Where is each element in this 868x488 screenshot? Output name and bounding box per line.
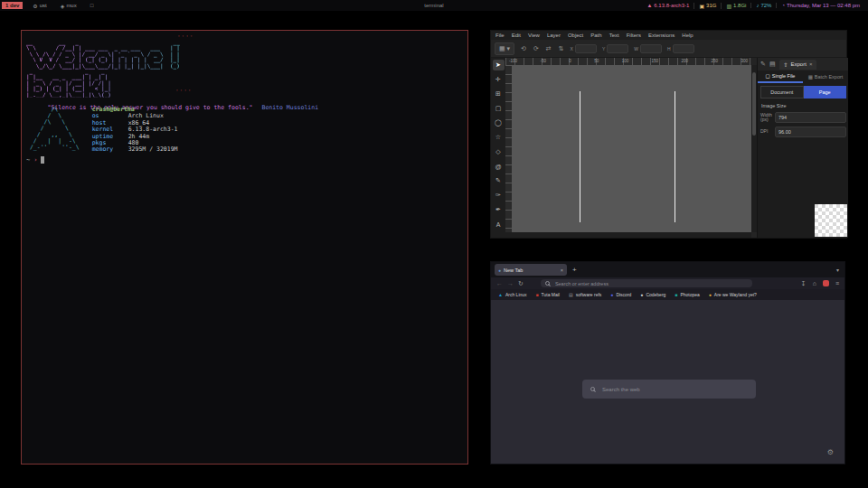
menu-hamburger-icon[interactable]: ≡ bbox=[835, 280, 839, 286]
reload-icon[interactable]: ↻ bbox=[518, 280, 524, 287]
tab-list-chevron-icon[interactable]: ▾ bbox=[836, 267, 839, 273]
downloads-icon[interactable]: ↧ bbox=[801, 280, 807, 287]
canvas-horizontal-scrollbar[interactable] bbox=[505, 232, 751, 238]
home-icon[interactable]: ⌂ bbox=[813, 280, 816, 286]
browser-window[interactable]: ● New Tab × + ▾ ← → ↻ ↧ ⌂ ≡ ▲Arch Linux bbox=[490, 261, 845, 465]
prompt-cwd: ~ bbox=[26, 156, 30, 164]
star-tool-icon[interactable]: ☆ bbox=[493, 132, 505, 143]
new-tab-button[interactable]: + bbox=[572, 266, 577, 274]
personalize-gear-icon[interactable]: ⚙ bbox=[827, 448, 834, 456]
menu-layer[interactable]: Layer bbox=[547, 33, 561, 38]
node-tool-icon[interactable]: ✛ bbox=[493, 74, 505, 85]
dpi-field-row: DPI bbox=[760, 126, 846, 138]
pencil-dialog-icon[interactable]: ✎ bbox=[760, 61, 766, 68]
tab-label: Single File bbox=[772, 73, 796, 79]
menu-extensions[interactable]: Extensions bbox=[648, 33, 675, 38]
pen-tool-icon[interactable]: ✑ bbox=[493, 190, 505, 201]
browser-tab-new-tab[interactable]: ● New Tab × bbox=[495, 264, 567, 276]
url-bar[interactable] bbox=[541, 279, 752, 287]
menu-object[interactable]: Object bbox=[568, 33, 583, 38]
bookmark-are-we-wayland-yet[interactable]: ●Are we Wayland yet? bbox=[709, 292, 757, 297]
bookmark-folder-software-refs[interactable]: ▤software refs bbox=[569, 292, 601, 297]
ruler-tick: 250 bbox=[711, 58, 718, 65]
document-scope-button[interactable]: Document bbox=[760, 86, 804, 99]
menu-file[interactable]: File bbox=[495, 33, 505, 38]
width-input[interactable] bbox=[775, 112, 846, 123]
rotate-ccw-icon[interactable]: ⟲ bbox=[520, 45, 527, 52]
width-field-row: Width (px) bbox=[760, 111, 846, 124]
bookmark-discord[interactable]: ●Discord bbox=[610, 292, 631, 297]
export-dialog-tab[interactable]: ⇧ Export × bbox=[779, 60, 817, 70]
pencil-tool-icon[interactable]: ✎ bbox=[493, 175, 505, 186]
bookmark-tuta-mail[interactable]: ■Tuta Mail bbox=[536, 292, 560, 297]
selector-tool-icon[interactable]: ➤ bbox=[493, 60, 505, 70]
inkscape-canvas[interactable] bbox=[512, 65, 751, 232]
bookmark-label: Are we Wayland yet? bbox=[714, 292, 757, 297]
bookmark-arch-linux[interactable]: ▲Arch Linux bbox=[498, 292, 527, 297]
selection-mode-dropdown[interactable]: ▦ ▾ bbox=[495, 42, 514, 55]
export-panel: ✎ ▤ ⇧ Export × ▢ Single File ▦ Batch Exp… bbox=[757, 58, 848, 238]
menu-path[interactable]: Path bbox=[590, 33, 601, 38]
shape-builder-tool-icon[interactable]: ⊞ bbox=[493, 89, 505, 99]
menu-text[interactable]: Text bbox=[609, 33, 619, 38]
menu-edit[interactable]: Edit bbox=[512, 33, 521, 38]
horizontal-ruler[interactable]: -100 -50 0 50 100 150 200 250 300 bbox=[505, 58, 751, 65]
flip-vertical-icon[interactable]: ⇅ bbox=[558, 45, 565, 52]
tuta-favicon: ■ bbox=[536, 292, 539, 297]
tab-single-file[interactable]: ▢ Single File bbox=[758, 70, 803, 83]
export-icon: ⇧ bbox=[784, 61, 788, 68]
globe-favicon: ● bbox=[498, 267, 501, 273]
back-icon[interactable]: ← bbox=[496, 280, 503, 286]
y-field[interactable] bbox=[607, 44, 628, 53]
status-bar: 1 dev ⚙ ust ◈ mux □ terminal ▲ 6.13.8-ar… bbox=[0, 0, 868, 11]
web-search-box[interactable] bbox=[582, 380, 756, 399]
bookmark-label: Photopea bbox=[680, 292, 699, 297]
desktop: 1 dev ⚙ ust ◈ mux □ terminal ▲ 6.13.8-ar… bbox=[0, 0, 868, 488]
focused-window-title: terminal bbox=[0, 3, 868, 8]
bookmark-label: software refs bbox=[576, 292, 602, 297]
menu-help[interactable]: Help bbox=[682, 33, 693, 38]
ellipse-tool-icon[interactable]: ◯ bbox=[493, 117, 505, 128]
flip-horizontal-icon[interactable]: ⇄ bbox=[545, 45, 552, 52]
navbar-right-icons: ↧ ⌂ ≡ bbox=[801, 280, 839, 287]
w-field[interactable] bbox=[640, 44, 662, 53]
folder-icon: ▤ bbox=[569, 292, 573, 297]
spiral-tool-icon[interactable]: @ bbox=[493, 161, 505, 172]
tab-batch-export[interactable]: ▦ Batch Export bbox=[803, 70, 848, 83]
close-tab-icon[interactable]: × bbox=[561, 267, 563, 273]
page-scope-button[interactable]: Page bbox=[804, 86, 847, 99]
bookmark-codeberg[interactable]: ●Codeberg bbox=[640, 292, 665, 297]
bookmark-label: Codeberg bbox=[646, 292, 665, 297]
url-input[interactable] bbox=[553, 280, 748, 287]
terminal-cursor bbox=[41, 156, 44, 164]
h-field-label: H bbox=[667, 46, 671, 52]
h-field[interactable] bbox=[673, 44, 694, 53]
dpi-input[interactable] bbox=[775, 127, 846, 137]
bookmark-photopea[interactable]: ■Photopea bbox=[675, 292, 699, 297]
arch-ascii-logo: /\ / \ /\ \ / \ / ,, \ / | | -\ /_-'' ''… bbox=[26, 107, 80, 154]
x-field[interactable] bbox=[575, 44, 597, 53]
close-icon[interactable]: × bbox=[809, 61, 813, 67]
box3d-tool-icon[interactable]: ◇ bbox=[493, 146, 505, 157]
calligraphy-tool-icon[interactable]: ✒ bbox=[493, 204, 505, 215]
web-search-input[interactable] bbox=[600, 386, 748, 393]
scrollbar-thumb[interactable] bbox=[752, 72, 756, 136]
tool-controls-bar: ▦ ▾ ⟲ ⟳ ⇄ ⇅ X Y W H bbox=[491, 40, 846, 58]
terminal-window[interactable]: __ __ _ __ \ \ / /__| | ___ ___ _ __ ___… bbox=[21, 30, 468, 465]
ublock-extension-icon[interactable] bbox=[823, 280, 829, 286]
forward-icon[interactable]: → bbox=[507, 280, 514, 286]
export-scope-buttons: Document Page bbox=[760, 86, 846, 99]
codeberg-favicon: ● bbox=[640, 292, 643, 297]
banner-marks-bottom: ···· bbox=[175, 87, 192, 93]
layers-dialog-icon[interactable]: ▤ bbox=[769, 61, 776, 68]
ruler-tick: -100 bbox=[509, 58, 517, 65]
menu-view[interactable]: View bbox=[528, 33, 540, 38]
menu-filters[interactable]: Filters bbox=[627, 33, 641, 38]
vertical-ruler[interactable] bbox=[505, 65, 512, 232]
inkscape-window[interactable]: File Edit View Layer Object Path Text Fi… bbox=[490, 30, 847, 239]
shell-prompt[interactable]: ~ › bbox=[26, 156, 44, 164]
rotate-cw-icon[interactable]: ⟳ bbox=[533, 45, 540, 52]
rectangle-tool-icon[interactable]: ▢ bbox=[493, 103, 505, 114]
discord-favicon: ● bbox=[610, 292, 613, 297]
text-tool-icon[interactable]: A bbox=[493, 219, 505, 230]
